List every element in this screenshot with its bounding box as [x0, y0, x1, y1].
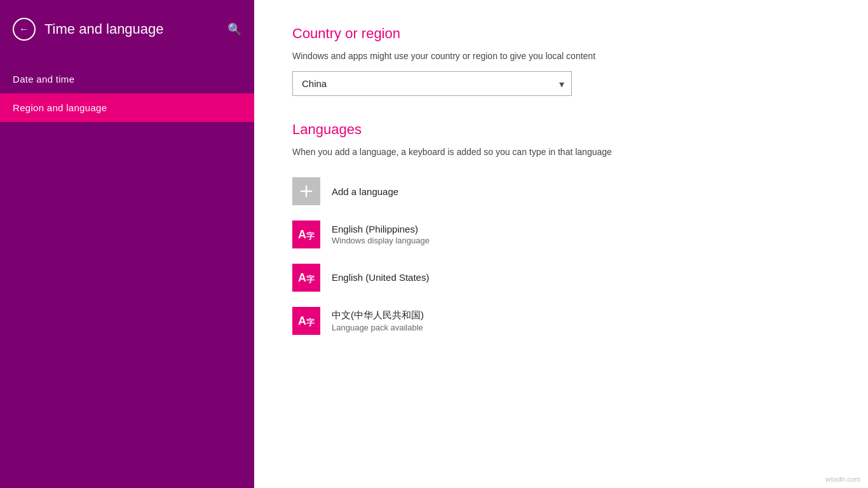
sidebar-item-region-language[interactable]: Region and language	[0, 93, 254, 122]
language-icon-english-philippines: A字	[292, 220, 320, 248]
country-region-section: Country or region Windows and apps might…	[292, 25, 830, 96]
main-content: Country or region Windows and apps might…	[254, 0, 868, 488]
back-arrow-icon: ←	[19, 24, 29, 34]
language-icon-text-chinese: A字	[298, 315, 315, 327]
watermark: wsxdn.com	[825, 475, 860, 483]
sidebar-item-date-time[interactable]: Date and time	[0, 65, 254, 93]
add-language-item[interactable]: Add a language	[292, 170, 830, 213]
language-name-english-philippines: English (Philippines)	[332, 224, 430, 234]
language-sub-english-philippines: Windows display language	[332, 236, 430, 245]
language-item-chinese[interactable]: A字 中文(中华人民共和国) Language pack available	[292, 299, 830, 342]
language-item-english-philippines[interactable]: A字 English (Philippines) Windows display…	[292, 213, 830, 256]
language-item-english-us[interactable]: A字 English (United States)	[292, 256, 830, 299]
language-sub-chinese: Language pack available	[332, 323, 424, 332]
country-region-title: Country or region	[292, 25, 830, 42]
language-details-english-philippines: English (Philippines) Windows display la…	[332, 224, 430, 245]
back-button[interactable]: ←	[13, 18, 36, 41]
language-details-english-us: English (United States)	[332, 272, 429, 284]
sidebar-header: ← Time and language 🔍	[0, 0, 254, 58]
language-details-chinese: 中文(中华人民共和国) Language pack available	[332, 309, 424, 332]
search-icon[interactable]: 🔍	[227, 22, 241, 36]
language-icon-chinese: A字	[292, 307, 320, 335]
add-language-icon	[292, 177, 320, 205]
country-select-wrapper: China United States Philippines United K…	[292, 71, 572, 96]
language-icon-english-us: A字	[292, 264, 320, 292]
sidebar-title: Time and language	[44, 21, 164, 37]
add-language-label: Add a language	[332, 186, 398, 197]
language-icon-text: A字	[298, 229, 315, 240]
languages-desc: When you add a language, a keyboard is a…	[292, 147, 830, 157]
country-select[interactable]: China United States Philippines United K…	[292, 71, 572, 96]
sidebar-nav: Date and time Region and language	[0, 65, 254, 122]
sidebar: ← Time and language 🔍 Date and time Regi…	[0, 0, 254, 488]
country-region-desc: Windows and apps might use your country …	[292, 51, 830, 61]
languages-title: Languages	[292, 121, 830, 138]
language-name-english-us: English (United States)	[332, 272, 429, 283]
language-list: Add a language A字 English (Philippines) …	[292, 170, 830, 342]
languages-section: Languages When you add a language, a key…	[292, 121, 830, 342]
language-name-chinese: 中文(中华人民共和国)	[332, 309, 424, 322]
language-icon-text-us: A字	[298, 272, 315, 283]
